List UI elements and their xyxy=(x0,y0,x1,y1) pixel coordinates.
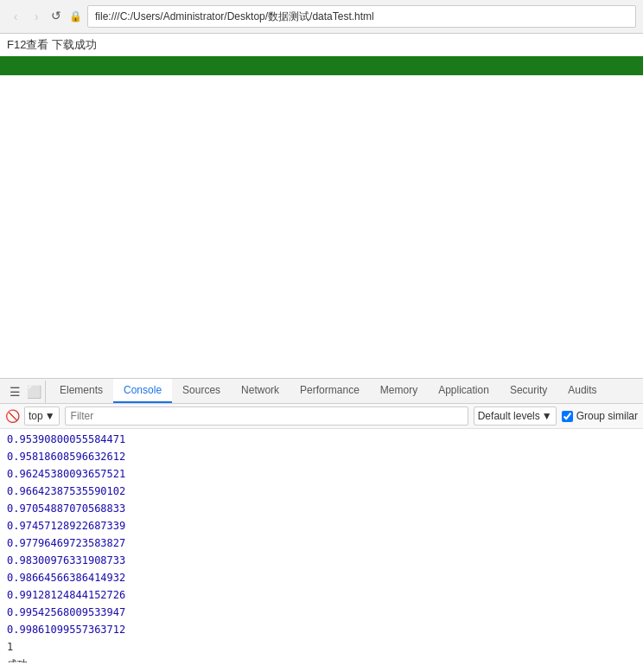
page-body xyxy=(0,75,643,326)
browser-toolbar: ‹ › ↺ 🔒 xyxy=(0,0,643,33)
device-icon[interactable]: ⬜ xyxy=(26,384,41,400)
levels-label: Default levels xyxy=(478,410,540,422)
inspect-icon[interactable]: ☰ xyxy=(7,384,22,400)
tab-elements[interactable]: Elements xyxy=(49,379,113,403)
page-content: F12查看 下载成功 xyxy=(0,34,643,326)
filter-input[interactable] xyxy=(65,406,468,426)
group-similar-checkbox-area[interactable]: Group similar xyxy=(562,410,638,422)
back-button[interactable]: ‹ xyxy=(7,8,24,25)
console-line: 0.95818608596632612 xyxy=(0,448,643,465)
levels-select[interactable]: Default levels ▼ xyxy=(474,406,557,426)
secure-icon: 🔒 xyxy=(69,10,82,22)
tab-memory[interactable]: Memory xyxy=(370,379,428,403)
console-line: 0.97457128922687339 xyxy=(0,517,643,534)
devtools-left-icons: ☰ ⬜ xyxy=(3,381,46,403)
console-line: 0.97054887070568833 xyxy=(0,500,643,517)
levels-arrow: ▼ xyxy=(542,410,552,422)
console-left-buttons: 🚫 xyxy=(5,409,19,423)
banner-text: F12查看 下载成功 xyxy=(7,38,97,51)
tab-audits[interactable]: Audits xyxy=(557,379,607,403)
console-line: 0.99542568009533947 xyxy=(0,604,643,621)
context-value: top xyxy=(29,410,43,422)
clear-console-button[interactable]: 🚫 xyxy=(5,409,19,423)
console-line: 0.98664566386414932 xyxy=(0,569,643,586)
forward-button[interactable]: › xyxy=(28,8,45,25)
tab-application[interactable]: Application xyxy=(428,379,500,403)
devtools-panel: ☰ ⬜ Elements Console Sources Network Per… xyxy=(0,378,643,672)
context-arrow: ▼ xyxy=(45,410,55,422)
tab-network[interactable]: Network xyxy=(231,379,290,403)
reload-button[interactable]: ↺ xyxy=(48,8,64,23)
console-line: 0.95390800055584471 xyxy=(0,431,643,448)
console-line: 0.96245380093657521 xyxy=(0,465,643,483)
group-similar-checkbox[interactable] xyxy=(562,411,573,422)
console-line: 1 xyxy=(0,638,643,656)
console-line: 0.96642387535590102 xyxy=(0,483,643,500)
green-bar xyxy=(0,56,643,75)
browser-chrome: ‹ › ↺ 🔒 xyxy=(0,0,643,34)
tab-sources[interactable]: Sources xyxy=(172,379,231,403)
page-banner: F12查看 下载成功 xyxy=(0,34,643,56)
tab-security[interactable]: Security xyxy=(500,379,557,403)
console-toolbar: 🚫 top ▼ Default levels ▼ Group similar xyxy=(0,404,643,429)
console-output: 0.953908000555844710.958186085966326120.… xyxy=(0,429,643,662)
group-similar-label: Group similar xyxy=(576,410,638,422)
devtools-tabs: ☰ ⬜ Elements Console Sources Network Per… xyxy=(0,379,643,404)
console-line: 成功 xyxy=(0,656,643,662)
tab-performance[interactable]: Performance xyxy=(290,379,370,403)
tab-console[interactable]: Console xyxy=(113,379,172,403)
console-line: 0.98300976331908733 xyxy=(0,552,643,569)
context-select[interactable]: top ▼ xyxy=(24,406,60,426)
console-line: 0.99861099557363712 xyxy=(0,621,643,638)
console-line: 0.97796469723583827 xyxy=(0,534,643,552)
nav-buttons: ‹ › ↺ xyxy=(7,8,64,25)
address-bar[interactable] xyxy=(87,5,636,28)
console-line: 0.99128124844152726 xyxy=(0,586,643,604)
